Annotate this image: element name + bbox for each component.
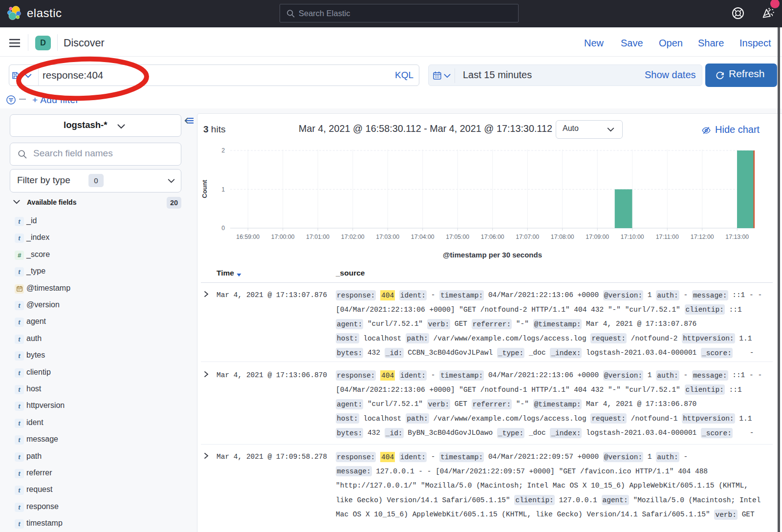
svg-text:17:00:00: 17:00:00 bbox=[271, 234, 295, 240]
svg-text:17:03:00: 17:03:00 bbox=[376, 234, 399, 240]
svg-text:17:08:00: 17:08:00 bbox=[551, 234, 574, 240]
svg-text:Count: Count bbox=[201, 180, 208, 198]
svg-text:17:12:00: 17:12:00 bbox=[691, 234, 714, 240]
svg-text:17:13:00: 17:13:00 bbox=[725, 234, 749, 240]
svg-text:16:59:00: 16:59:00 bbox=[236, 234, 260, 240]
svg-text:17:10:00: 17:10:00 bbox=[621, 234, 644, 240]
svg-text:17:11:00: 17:11:00 bbox=[656, 234, 679, 240]
svg-text:17:07:00: 17:07:00 bbox=[516, 234, 539, 240]
svg-text:17:06:00: 17:06:00 bbox=[481, 234, 504, 240]
svg-text:17:02:00: 17:02:00 bbox=[341, 234, 365, 240]
svg-text:17:05:00: 17:05:00 bbox=[446, 234, 469, 240]
svg-text:0: 0 bbox=[221, 225, 225, 232]
svg-text:17:04:00: 17:04:00 bbox=[411, 234, 434, 240]
svg-text:17:09:00: 17:09:00 bbox=[586, 234, 609, 240]
svg-text:17:01:00: 17:01:00 bbox=[306, 234, 329, 240]
svg-text:1: 1 bbox=[221, 186, 225, 193]
svg-text:2: 2 bbox=[221, 147, 225, 154]
